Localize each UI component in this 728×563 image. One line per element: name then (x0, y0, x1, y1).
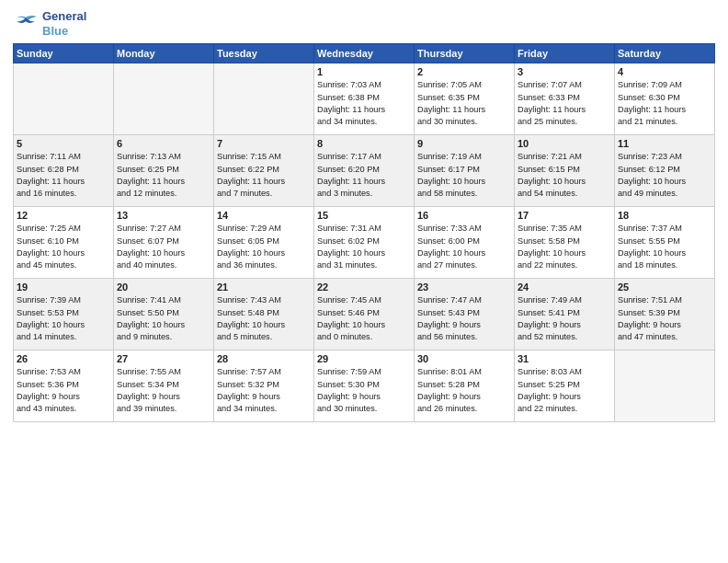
day-cell: 24Sunrise: 7:49 AM Sunset: 5:41 PM Dayli… (515, 279, 615, 350)
week-row-2: 5Sunrise: 7:11 AM Sunset: 6:28 PM Daylig… (14, 135, 715, 207)
day-cell: 12Sunrise: 7:25 AM Sunset: 6:10 PM Dayli… (14, 207, 114, 279)
day-number: 25 (618, 282, 711, 293)
day-info: Sunrise: 8:03 AM Sunset: 5:25 PM Dayligh… (518, 366, 611, 415)
day-number: 2 (417, 66, 511, 77)
day-info: Sunrise: 7:19 AM Sunset: 6:17 PM Dayligh… (417, 151, 511, 200)
day-info: Sunrise: 7:11 AM Sunset: 6:28 PM Dayligh… (17, 151, 110, 200)
day-info: Sunrise: 7:03 AM Sunset: 6:38 PM Dayligh… (317, 79, 411, 128)
week-row-3: 12Sunrise: 7:25 AM Sunset: 6:10 PM Dayli… (14, 207, 715, 279)
day-number: 22 (317, 282, 411, 293)
header-row: SundayMondayTuesdayWednesdayThursdayFrid… (14, 44, 715, 63)
day-info: Sunrise: 7:39 AM Sunset: 5:53 PM Dayligh… (17, 294, 110, 343)
day-number: 7 (217, 138, 311, 149)
day-number: 13 (117, 210, 210, 221)
day-number: 24 (518, 282, 611, 293)
day-cell: 2Sunrise: 7:05 AM Sunset: 6:35 PM Daylig… (415, 63, 515, 135)
day-info: Sunrise: 7:53 AM Sunset: 5:36 PM Dayligh… (17, 366, 110, 415)
day-number: 16 (417, 210, 511, 221)
day-info: Sunrise: 7:41 AM Sunset: 5:50 PM Dayligh… (117, 294, 210, 343)
day-cell: 25Sunrise: 7:51 AM Sunset: 5:39 PM Dayli… (615, 279, 715, 350)
day-cell: 21Sunrise: 7:43 AM Sunset: 5:48 PM Dayli… (214, 279, 314, 350)
col-header-sunday: Sunday (14, 44, 114, 63)
day-cell: 4Sunrise: 7:09 AM Sunset: 6:30 PM Daylig… (615, 63, 715, 135)
col-header-wednesday: Wednesday (314, 44, 415, 63)
day-cell: 14Sunrise: 7:29 AM Sunset: 6:05 PM Dayli… (214, 207, 314, 279)
day-number: 18 (618, 210, 711, 221)
day-info: Sunrise: 7:05 AM Sunset: 6:35 PM Dayligh… (417, 79, 511, 128)
day-number: 15 (317, 210, 411, 221)
day-info: Sunrise: 7:07 AM Sunset: 6:33 PM Dayligh… (518, 79, 611, 128)
day-info: Sunrise: 7:25 AM Sunset: 6:10 PM Dayligh… (17, 223, 110, 271)
day-cell (214, 63, 314, 135)
day-cell: 1Sunrise: 7:03 AM Sunset: 6:38 PM Daylig… (314, 63, 415, 135)
logo-text: General Blue (42, 9, 86, 38)
day-number: 20 (117, 282, 210, 293)
day-cell: 18Sunrise: 7:37 AM Sunset: 5:55 PM Dayli… (615, 207, 715, 279)
col-header-thursday: Thursday (415, 44, 515, 63)
day-info: Sunrise: 7:35 AM Sunset: 5:58 PM Dayligh… (518, 223, 611, 271)
day-cell: 10Sunrise: 7:21 AM Sunset: 6:15 PM Dayli… (515, 135, 615, 207)
day-info: Sunrise: 7:57 AM Sunset: 5:32 PM Dayligh… (217, 366, 311, 415)
day-number: 14 (217, 210, 311, 221)
day-cell: 9Sunrise: 7:19 AM Sunset: 6:17 PM Daylig… (415, 135, 515, 207)
day-cell: 30Sunrise: 8:01 AM Sunset: 5:28 PM Dayli… (415, 350, 515, 422)
day-number: 19 (17, 282, 110, 293)
day-cell: 31Sunrise: 8:03 AM Sunset: 5:25 PM Dayli… (515, 350, 615, 422)
day-number: 5 (17, 138, 110, 149)
day-info: Sunrise: 7:23 AM Sunset: 6:12 PM Dayligh… (618, 151, 711, 200)
day-cell: 28Sunrise: 7:57 AM Sunset: 5:32 PM Dayli… (214, 350, 314, 422)
day-number: 4 (618, 66, 711, 77)
week-row-4: 19Sunrise: 7:39 AM Sunset: 5:53 PM Dayli… (14, 279, 715, 350)
day-info: Sunrise: 7:09 AM Sunset: 6:30 PM Dayligh… (618, 79, 711, 128)
day-number: 26 (17, 353, 110, 364)
day-info: Sunrise: 8:01 AM Sunset: 5:28 PM Dayligh… (417, 366, 511, 415)
day-number: 30 (417, 353, 511, 364)
day-cell: 7Sunrise: 7:15 AM Sunset: 6:22 PM Daylig… (214, 135, 314, 207)
day-info: Sunrise: 7:45 AM Sunset: 5:46 PM Dayligh… (317, 294, 411, 343)
page: General Blue SundayMondayTuesdayWednesda… (0, 0, 728, 563)
day-number: 8 (317, 138, 411, 149)
day-cell (14, 63, 114, 135)
logo: General Blue (13, 9, 86, 38)
day-cell: 15Sunrise: 7:31 AM Sunset: 6:02 PM Dayli… (314, 207, 415, 279)
col-header-friday: Friday (515, 44, 615, 63)
day-number: 1 (317, 66, 411, 77)
col-header-tuesday: Tuesday (214, 44, 314, 63)
day-info: Sunrise: 7:13 AM Sunset: 6:25 PM Dayligh… (117, 151, 210, 200)
col-header-monday: Monday (114, 44, 214, 63)
day-cell: 27Sunrise: 7:55 AM Sunset: 5:34 PM Dayli… (114, 350, 214, 422)
day-info: Sunrise: 7:15 AM Sunset: 6:22 PM Dayligh… (217, 151, 311, 200)
calendar: SundayMondayTuesdayWednesdayThursdayFrid… (13, 43, 715, 422)
day-cell: 13Sunrise: 7:27 AM Sunset: 6:07 PM Dayli… (114, 207, 214, 279)
day-cell: 29Sunrise: 7:59 AM Sunset: 5:30 PM Dayli… (314, 350, 415, 422)
day-number: 17 (518, 210, 611, 221)
day-cell (114, 63, 214, 135)
day-cell: 6Sunrise: 7:13 AM Sunset: 6:25 PM Daylig… (114, 135, 214, 207)
day-cell (615, 350, 715, 422)
day-cell: 23Sunrise: 7:47 AM Sunset: 5:43 PM Dayli… (415, 279, 515, 350)
day-info: Sunrise: 7:21 AM Sunset: 6:15 PM Dayligh… (518, 151, 611, 200)
day-info: Sunrise: 7:43 AM Sunset: 5:48 PM Dayligh… (217, 294, 311, 343)
day-number: 28 (217, 353, 311, 364)
day-cell: 8Sunrise: 7:17 AM Sunset: 6:20 PM Daylig… (314, 135, 415, 207)
day-number: 9 (417, 138, 511, 149)
day-info: Sunrise: 7:49 AM Sunset: 5:41 PM Dayligh… (518, 294, 611, 343)
day-cell: 20Sunrise: 7:41 AM Sunset: 5:50 PM Dayli… (114, 279, 214, 350)
day-number: 23 (417, 282, 511, 293)
day-cell: 19Sunrise: 7:39 AM Sunset: 5:53 PM Dayli… (14, 279, 114, 350)
day-info: Sunrise: 7:27 AM Sunset: 6:07 PM Dayligh… (117, 223, 210, 271)
day-number: 10 (518, 138, 611, 149)
week-row-5: 26Sunrise: 7:53 AM Sunset: 5:36 PM Dayli… (14, 350, 715, 422)
day-info: Sunrise: 7:37 AM Sunset: 5:55 PM Dayligh… (618, 223, 711, 271)
day-number: 21 (217, 282, 311, 293)
day-cell: 3Sunrise: 7:07 AM Sunset: 6:33 PM Daylig… (515, 63, 615, 135)
day-number: 12 (17, 210, 110, 221)
day-cell: 11Sunrise: 7:23 AM Sunset: 6:12 PM Dayli… (615, 135, 715, 207)
day-info: Sunrise: 7:59 AM Sunset: 5:30 PM Dayligh… (317, 366, 411, 415)
day-info: Sunrise: 7:51 AM Sunset: 5:39 PM Dayligh… (618, 294, 711, 343)
day-cell: 16Sunrise: 7:33 AM Sunset: 6:00 PM Dayli… (415, 207, 515, 279)
week-row-1: 1Sunrise: 7:03 AM Sunset: 6:38 PM Daylig… (14, 63, 715, 135)
day-number: 31 (518, 353, 611, 364)
day-info: Sunrise: 7:47 AM Sunset: 5:43 PM Dayligh… (417, 294, 511, 343)
day-info: Sunrise: 7:55 AM Sunset: 5:34 PM Dayligh… (117, 366, 210, 415)
